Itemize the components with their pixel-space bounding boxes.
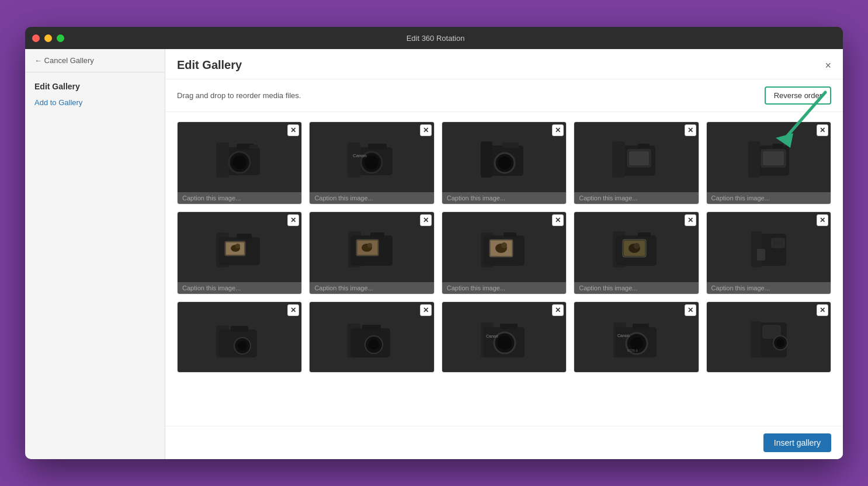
gallery-item[interactable]: ✕ Caption this image... xyxy=(706,122,831,204)
caption-text[interactable]: Caption this image... xyxy=(178,192,301,204)
caption-text[interactable]: Caption this image... xyxy=(442,282,566,294)
reverse-order-button[interactable]: Reverse order xyxy=(765,86,831,105)
svg-point-55 xyxy=(634,243,640,249)
modal-title: Edit Gallery xyxy=(177,58,242,72)
remove-item-button[interactable]: ✕ xyxy=(287,214,299,226)
camera-icon xyxy=(213,227,266,268)
gallery-item[interactable]: ✕ xyxy=(177,301,302,373)
gallery-item-image xyxy=(707,302,831,372)
mac-window: Edit 360 Rotation ← Cancel Gallery Edit … xyxy=(25,27,843,459)
gallery-item[interactable]: Canon EOS-1 ✕ xyxy=(574,301,699,373)
minimize-window-button[interactable] xyxy=(44,34,52,42)
svg-point-70 xyxy=(369,339,379,350)
gallery-item[interactable]: ✕ Caption this image... xyxy=(706,211,831,294)
camera-icon xyxy=(478,137,530,178)
svg-point-41 xyxy=(367,243,372,248)
remove-item-button[interactable]: ✕ xyxy=(552,124,564,136)
mac-window-buttons xyxy=(32,34,64,42)
svg-rect-7 xyxy=(249,145,258,149)
camera-icon xyxy=(346,317,398,357)
camera-icon: Canon xyxy=(478,317,530,357)
gallery-item[interactable]: ✕ Caption this image... xyxy=(442,211,567,294)
camera-icon xyxy=(610,137,662,178)
svg-point-34 xyxy=(235,244,240,248)
sidebar: ← Cancel Gallery Edit Gallery Add to Gal… xyxy=(25,49,165,459)
gallery-item-image: Canon xyxy=(442,302,566,372)
gallery-item-image xyxy=(310,212,433,282)
gallery-item[interactable]: ✕ Caption this image... xyxy=(177,122,302,204)
gallery-item[interactable]: Canon ✕ Caption this image... xyxy=(309,122,434,204)
svg-text:EOS-1: EOS-1 xyxy=(627,349,638,352)
svg-rect-23 xyxy=(638,144,650,148)
remove-item-button[interactable]: ✕ xyxy=(420,304,432,316)
camera-icon: Canon xyxy=(346,137,398,178)
gallery-item[interactable]: ✕ Caption this image... xyxy=(309,211,434,294)
remove-item-button[interactable]: ✕ xyxy=(685,304,696,316)
caption-text[interactable]: Caption this image... xyxy=(574,282,698,294)
camera-icon: Canon EOS-1 xyxy=(610,317,662,357)
gallery-item-image xyxy=(442,212,566,282)
svg-point-5 xyxy=(232,155,246,169)
svg-text:Canon: Canon xyxy=(486,334,498,338)
close-window-button[interactable] xyxy=(32,34,40,42)
caption-text[interactable]: Caption this image... xyxy=(574,192,698,204)
remove-item-button[interactable]: ✕ xyxy=(817,124,828,136)
svg-point-11 xyxy=(364,155,379,169)
gallery-item[interactable]: ✕ Caption this image... xyxy=(442,122,567,204)
modal-close-button[interactable]: × xyxy=(825,60,831,71)
window-title: Edit 360 Rotation xyxy=(64,34,807,43)
remove-item-button[interactable]: ✕ xyxy=(287,304,299,316)
remove-item-button[interactable]: ✕ xyxy=(685,214,696,226)
camera-icon xyxy=(346,227,398,268)
remove-item-button[interactable]: ✕ xyxy=(817,304,828,316)
remove-item-button[interactable]: ✕ xyxy=(552,214,564,226)
gallery-item-image xyxy=(707,212,831,282)
svg-rect-63 xyxy=(231,326,248,332)
remove-item-button[interactable]: ✕ xyxy=(817,214,828,226)
camera-icon xyxy=(742,227,795,268)
gallery-item-image xyxy=(574,122,698,192)
svg-rect-60 xyxy=(757,249,765,261)
svg-rect-9 xyxy=(348,143,360,178)
svg-rect-85 xyxy=(751,321,761,357)
gallery-item[interactable]: ✕ Caption this image... xyxy=(574,122,699,204)
gallery-item-image xyxy=(707,122,831,192)
insert-gallery-button[interactable]: Insert gallery xyxy=(763,433,831,452)
camera-icon xyxy=(478,227,530,268)
svg-rect-27 xyxy=(763,151,784,165)
gallery-item[interactable]: ✕ xyxy=(309,301,434,373)
gallery-item[interactable]: ✕ Caption this image... xyxy=(177,211,302,294)
caption-text[interactable]: Caption this image... xyxy=(707,192,831,204)
remove-item-button[interactable]: ✕ xyxy=(552,304,564,316)
svg-rect-25 xyxy=(748,141,760,178)
svg-rect-42 xyxy=(370,232,384,237)
svg-rect-76 xyxy=(500,324,518,329)
gallery-item-image xyxy=(442,122,566,192)
cancel-gallery-button[interactable]: ← Cancel Gallery xyxy=(34,56,155,65)
gallery-content[interactable]: ✕ Caption this image... xyxy=(165,112,843,426)
remove-item-button[interactable]: ✕ xyxy=(287,124,299,136)
gallery-item[interactable]: ✕ xyxy=(706,301,831,373)
remove-item-button[interactable]: ✕ xyxy=(420,124,432,136)
gallery-item-image xyxy=(178,122,301,192)
caption-text[interactable]: Caption this image... xyxy=(442,192,566,204)
main-area: Edit Gallery × Drag and drop to reorder … xyxy=(165,49,843,459)
sidebar-top: ← Cancel Gallery xyxy=(25,49,165,72)
svg-point-74 xyxy=(498,336,512,350)
gallery-item-image: Canon xyxy=(310,122,433,192)
caption-text[interactable]: Caption this image... xyxy=(310,282,433,294)
maximize-window-button[interactable] xyxy=(57,34,64,42)
svg-rect-35 xyxy=(237,234,252,239)
caption-text[interactable]: Caption this image... xyxy=(707,282,831,294)
caption-text[interactable]: Caption this image... xyxy=(178,282,301,294)
svg-rect-68 xyxy=(362,325,381,331)
remove-item-button[interactable]: ✕ xyxy=(685,124,696,136)
svg-point-17 xyxy=(498,157,511,169)
remove-item-button[interactable]: ✕ xyxy=(420,214,432,226)
gallery-item[interactable]: ✕ Caption this image... xyxy=(574,211,699,294)
svg-rect-3 xyxy=(216,143,229,178)
gallery-item[interactable]: Canon ✕ xyxy=(442,301,567,373)
add-to-gallery-link[interactable]: Add to Gallery xyxy=(34,98,82,107)
caption-text[interactable]: Caption this image... xyxy=(310,192,433,204)
drag-hint: Drag and drop to reorder media files. xyxy=(177,91,301,100)
